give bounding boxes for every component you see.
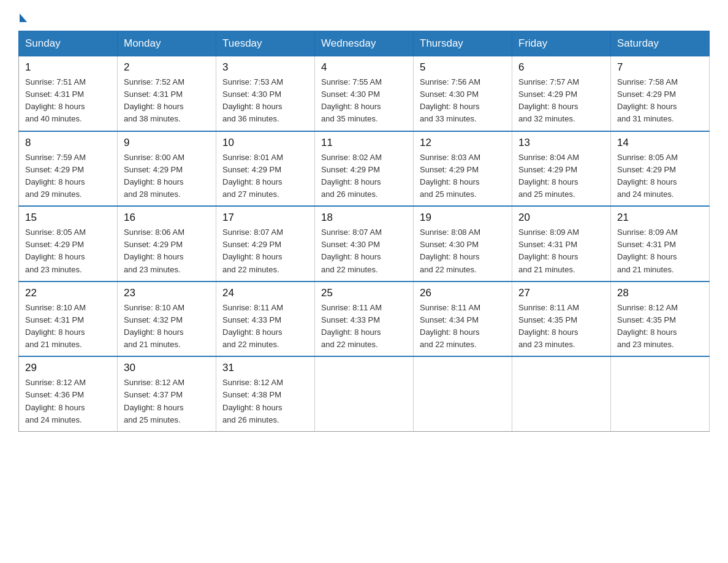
calendar-week-row: 15 Sunrise: 8:05 AMSunset: 4:29 PMDaylig… — [19, 206, 710, 282]
calendar-week-row: 1 Sunrise: 7:51 AMSunset: 4:31 PMDayligh… — [19, 56, 710, 131]
table-row: 24 Sunrise: 8:11 AMSunset: 4:33 PMDaylig… — [216, 282, 315, 357]
day-info: Sunrise: 8:02 AMSunset: 4:29 PMDaylight:… — [321, 151, 407, 201]
day-number: 19 — [420, 212, 506, 224]
day-number: 18 — [321, 212, 407, 224]
day-number: 9 — [124, 137, 210, 149]
day-number: 16 — [124, 212, 210, 224]
day-number: 24 — [222, 287, 308, 299]
day-number: 12 — [420, 137, 506, 149]
day-number: 22 — [25, 287, 111, 299]
day-info: Sunrise: 7:53 AMSunset: 4:30 PMDaylight:… — [222, 76, 308, 126]
day-number: 8 — [25, 137, 111, 149]
logo-arrow-icon — [20, 13, 27, 22]
day-info: Sunrise: 8:00 AMSunset: 4:29 PMDaylight:… — [124, 151, 210, 201]
day-info: Sunrise: 8:03 AMSunset: 4:29 PMDaylight:… — [420, 151, 506, 201]
day-info: Sunrise: 8:07 AMSunset: 4:29 PMDaylight:… — [222, 226, 308, 276]
day-number: 20 — [518, 212, 604, 224]
calendar-week-row: 22 Sunrise: 8:10 AMSunset: 4:31 PMDaylig… — [19, 282, 710, 357]
table-row — [414, 356, 512, 431]
day-number: 30 — [124, 362, 210, 374]
table-row: 7 Sunrise: 7:58 AMSunset: 4:29 PMDayligh… — [611, 56, 710, 131]
day-info: Sunrise: 8:12 AMSunset: 4:37 PMDaylight:… — [124, 377, 210, 426]
day-number: 23 — [124, 287, 210, 299]
col-monday: Monday — [118, 31, 216, 56]
table-row: 5 Sunrise: 7:56 AMSunset: 4:30 PMDayligh… — [414, 56, 512, 131]
header — [18, 12, 710, 20]
table-row: 15 Sunrise: 8:05 AMSunset: 4:29 PMDaylig… — [19, 206, 118, 282]
day-info: Sunrise: 7:52 AMSunset: 4:31 PMDaylight:… — [124, 76, 210, 126]
day-number: 28 — [617, 287, 703, 299]
day-info: Sunrise: 7:59 AMSunset: 4:29 PMDaylight:… — [25, 151, 111, 201]
day-number: 15 — [25, 212, 111, 224]
table-row: 25 Sunrise: 8:11 AMSunset: 4:33 PMDaylig… — [315, 282, 414, 357]
col-sunday: Sunday — [19, 31, 118, 56]
day-number: 10 — [222, 137, 308, 149]
day-info: Sunrise: 8:07 AMSunset: 4:30 PMDaylight:… — [321, 226, 407, 276]
day-number: 27 — [518, 287, 604, 299]
table-row: 29 Sunrise: 8:12 AMSunset: 4:36 PMDaylig… — [19, 356, 118, 431]
day-info: Sunrise: 8:12 AMSunset: 4:38 PMDaylight:… — [222, 377, 308, 426]
day-info: Sunrise: 8:11 AMSunset: 4:33 PMDaylight:… — [222, 302, 308, 351]
table-row: 23 Sunrise: 8:10 AMSunset: 4:32 PMDaylig… — [118, 282, 216, 357]
day-info: Sunrise: 8:12 AMSunset: 4:35 PMDaylight:… — [617, 302, 703, 351]
table-row: 30 Sunrise: 8:12 AMSunset: 4:37 PMDaylig… — [118, 356, 216, 431]
day-info: Sunrise: 8:05 AMSunset: 4:29 PMDaylight:… — [25, 226, 111, 276]
day-info: Sunrise: 8:10 AMSunset: 4:31 PMDaylight:… — [25, 302, 111, 351]
day-number: 13 — [518, 137, 604, 149]
day-info: Sunrise: 8:10 AMSunset: 4:32 PMDaylight:… — [124, 302, 210, 351]
header-row: Sunday Monday Tuesday Wednesday Thursday… — [19, 31, 710, 56]
day-info: Sunrise: 8:09 AMSunset: 4:31 PMDaylight:… — [518, 226, 604, 276]
day-info: Sunrise: 8:08 AMSunset: 4:30 PMDaylight:… — [420, 226, 506, 276]
table-row: 11 Sunrise: 8:02 AMSunset: 4:29 PMDaylig… — [315, 131, 414, 207]
table-row — [611, 356, 710, 431]
day-number: 5 — [420, 61, 506, 74]
table-row: 16 Sunrise: 8:06 AMSunset: 4:29 PMDaylig… — [118, 206, 216, 282]
logo — [18, 12, 27, 20]
table-row: 28 Sunrise: 8:12 AMSunset: 4:35 PMDaylig… — [611, 282, 710, 357]
table-row: 1 Sunrise: 7:51 AMSunset: 4:31 PMDayligh… — [19, 56, 118, 131]
table-row: 3 Sunrise: 7:53 AMSunset: 4:30 PMDayligh… — [216, 56, 315, 131]
day-number: 6 — [518, 61, 604, 74]
day-number: 11 — [321, 137, 407, 149]
calendar-week-row: 29 Sunrise: 8:12 AMSunset: 4:36 PMDaylig… — [19, 356, 710, 431]
day-number: 1 — [25, 61, 111, 74]
table-row: 21 Sunrise: 8:09 AMSunset: 4:31 PMDaylig… — [611, 206, 710, 282]
day-number: 21 — [617, 212, 703, 224]
day-info: Sunrise: 7:57 AMSunset: 4:29 PMDaylight:… — [518, 76, 604, 126]
day-number: 25 — [321, 287, 407, 299]
table-row: 10 Sunrise: 8:01 AMSunset: 4:29 PMDaylig… — [216, 131, 315, 207]
day-info: Sunrise: 8:09 AMSunset: 4:31 PMDaylight:… — [617, 226, 703, 276]
day-number: 3 — [222, 61, 308, 74]
day-number: 14 — [617, 137, 703, 149]
table-row: 12 Sunrise: 8:03 AMSunset: 4:29 PMDaylig… — [414, 131, 512, 207]
day-info: Sunrise: 8:05 AMSunset: 4:29 PMDaylight:… — [617, 151, 703, 201]
day-info: Sunrise: 8:12 AMSunset: 4:36 PMDaylight:… — [25, 377, 111, 426]
day-number: 4 — [321, 61, 407, 74]
calendar-week-row: 8 Sunrise: 7:59 AMSunset: 4:29 PMDayligh… — [19, 131, 710, 207]
day-number: 31 — [222, 362, 308, 374]
table-row: 20 Sunrise: 8:09 AMSunset: 4:31 PMDaylig… — [512, 206, 611, 282]
day-info: Sunrise: 8:01 AMSunset: 4:29 PMDaylight:… — [222, 151, 308, 201]
day-info: Sunrise: 7:56 AMSunset: 4:30 PMDaylight:… — [420, 76, 506, 126]
table-row: 31 Sunrise: 8:12 AMSunset: 4:38 PMDaylig… — [216, 356, 315, 431]
day-number: 29 — [25, 362, 111, 374]
table-row: 6 Sunrise: 7:57 AMSunset: 4:29 PMDayligh… — [512, 56, 611, 131]
table-row: 4 Sunrise: 7:55 AMSunset: 4:30 PMDayligh… — [315, 56, 414, 131]
col-thursday: Thursday — [414, 31, 512, 56]
table-row: 14 Sunrise: 8:05 AMSunset: 4:29 PMDaylig… — [611, 131, 710, 207]
day-info: Sunrise: 8:06 AMSunset: 4:29 PMDaylight:… — [124, 226, 210, 276]
table-row: 8 Sunrise: 7:59 AMSunset: 4:29 PMDayligh… — [19, 131, 118, 207]
day-info: Sunrise: 7:55 AMSunset: 4:30 PMDaylight:… — [321, 76, 407, 126]
table-row: 17 Sunrise: 8:07 AMSunset: 4:29 PMDaylig… — [216, 206, 315, 282]
table-row: 18 Sunrise: 8:07 AMSunset: 4:30 PMDaylig… — [315, 206, 414, 282]
table-row: 26 Sunrise: 8:11 AMSunset: 4:34 PMDaylig… — [414, 282, 512, 357]
table-row — [315, 356, 414, 431]
day-info: Sunrise: 8:04 AMSunset: 4:29 PMDaylight:… — [518, 151, 604, 201]
table-row: 27 Sunrise: 8:11 AMSunset: 4:35 PMDaylig… — [512, 282, 611, 357]
day-number: 2 — [124, 61, 210, 74]
table-row: 22 Sunrise: 8:10 AMSunset: 4:31 PMDaylig… — [19, 282, 118, 357]
day-number: 17 — [222, 212, 308, 224]
day-info: Sunrise: 8:11 AMSunset: 4:35 PMDaylight:… — [518, 302, 604, 351]
table-row: 13 Sunrise: 8:04 AMSunset: 4:29 PMDaylig… — [512, 131, 611, 207]
col-saturday: Saturday — [611, 31, 710, 56]
